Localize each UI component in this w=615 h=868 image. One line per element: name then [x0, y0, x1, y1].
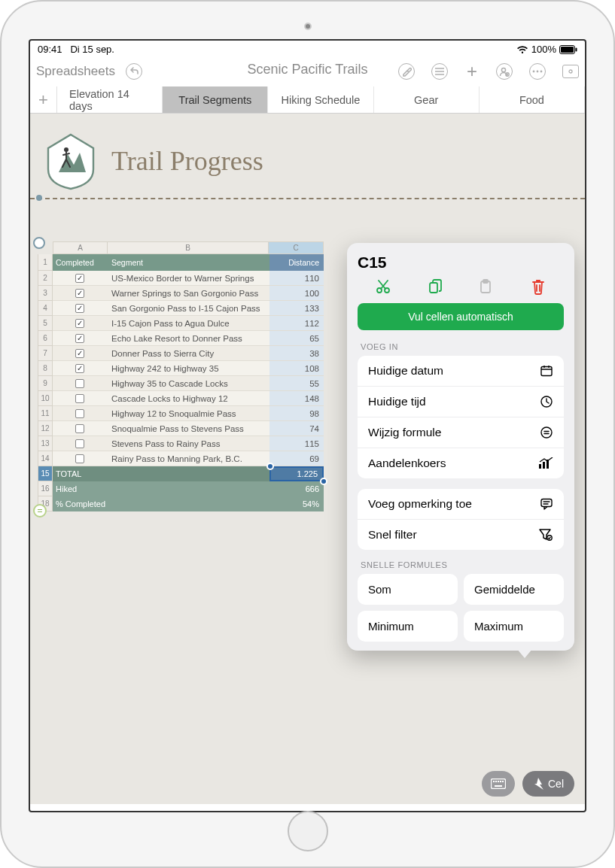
menu-item[interactable]: Voeg opmerking toe [358, 489, 564, 520]
segment-cell[interactable]: I-15 Cajon Pass to Agua Dulce [107, 316, 269, 331]
formula-button[interactable]: = [33, 504, 47, 517]
sheet-tab[interactable]: Food [480, 86, 585, 113]
table-select-all-handle[interactable] [33, 237, 45, 249]
segment-cell[interactable]: San Gorgonio Pass to I-15 Cajon Pass [107, 301, 269, 316]
segment-cell[interactable]: Rainy Pass to Manning Park, B.C. [107, 451, 269, 466]
segment-cell[interactable]: Echo Lake Resort to Donner Pass [107, 331, 269, 346]
menu-item[interactable]: Huidige tijd [358, 387, 564, 417]
add-icon[interactable]: + [464, 63, 480, 80]
completed-cell[interactable]: ✓ [53, 301, 107, 316]
checkbox-icon[interactable]: ✓ [75, 289, 84, 298]
keyboard-button[interactable] [482, 771, 515, 797]
col-head-c[interactable]: C [269, 242, 323, 253]
completed-cell[interactable]: ✓ [53, 316, 107, 331]
selection-handle[interactable] [266, 463, 274, 470]
menu-item[interactable]: Snel filter [358, 520, 564, 550]
checkbox-icon[interactable] [75, 454, 84, 463]
paste-icon[interactable] [477, 278, 495, 296]
back-button[interactable]: Spreadsheets [36, 64, 115, 79]
cell[interactable] [107, 496, 269, 511]
row-number[interactable]: 2 [38, 271, 53, 286]
spreadsheet-canvas[interactable]: Trail Progress A B C 1 Completed Segment… [30, 114, 585, 804]
checkbox-icon[interactable]: ✓ [75, 304, 84, 313]
checkbox-icon[interactable] [75, 394, 84, 403]
collaborate-icon[interactable] [496, 63, 513, 80]
segment-cell[interactable]: Highway 12 to Snoqualmie Pass [107, 406, 269, 421]
distance-cell[interactable]: 108 [269, 361, 324, 376]
row-number[interactable]: 14 [38, 451, 53, 466]
distance-cell[interactable]: 148 [269, 391, 324, 406]
checkbox-icon[interactable]: ✓ [75, 274, 84, 283]
cell[interactable] [107, 481, 269, 496]
segment-cell[interactable]: Highway 35 to Cascade Locks [107, 376, 269, 391]
checkbox-icon[interactable]: ✓ [75, 334, 84, 343]
sheet-tab[interactable]: Hiking Schedule [268, 86, 373, 113]
checkbox-icon[interactable]: ✓ [75, 319, 84, 328]
distance-cell[interactable]: 100 [269, 286, 324, 301]
cut-icon[interactable] [374, 278, 392, 296]
completed-cell[interactable]: ✓ [53, 361, 107, 376]
distance-cell[interactable]: 65 [269, 331, 324, 346]
row-number[interactable]: 7 [38, 346, 53, 361]
completed-cell[interactable]: ✓ [53, 271, 107, 286]
sheet-tab[interactable]: Trail Segments [163, 86, 268, 113]
sheet-tab[interactable]: Elevation 14 days [57, 86, 163, 113]
segment-cell[interactable]: Snoqualmie Pass to Stevens Pass [107, 421, 269, 436]
row-number[interactable]: 9 [38, 376, 53, 391]
menu-item[interactable]: Huidige datum [358, 356, 564, 387]
completed-cell[interactable] [53, 451, 107, 466]
row-number[interactable]: 4 [38, 301, 53, 316]
distance-cell[interactable]: 69 [269, 451, 324, 466]
selection-handle[interactable] [320, 478, 327, 485]
completed-cell[interactable] [53, 421, 107, 436]
distance-cell[interactable]: 112 [269, 316, 324, 331]
row-number[interactable]: 13 [38, 436, 53, 451]
menu-item[interactable]: Wijzig formule [358, 417, 564, 448]
checkbox-icon[interactable]: ✓ [75, 349, 84, 358]
segment-cell[interactable]: Stevens Pass to Rainy Pass [107, 436, 269, 451]
row-number[interactable]: 12 [38, 421, 53, 436]
segment-cell[interactable]: Warner Springs to San Gorgonio Pass [107, 286, 269, 301]
column-headers[interactable]: A B C [53, 241, 324, 254]
segment-cell[interactable]: US-Mexico Border to Warner Springs [107, 271, 269, 286]
completed-cell[interactable]: ✓ [53, 331, 107, 346]
row-number[interactable]: 8 [38, 361, 53, 376]
home-button[interactable] [288, 811, 328, 851]
checkbox-icon[interactable] [75, 424, 84, 433]
row-number[interactable]: 10 [38, 391, 53, 406]
distance-cell[interactable]: 133 [269, 301, 324, 316]
col-head-a[interactable]: A [53, 242, 108, 253]
row-number[interactable]: 5 [38, 316, 53, 331]
cell[interactable] [107, 466, 269, 481]
quick-formula-button[interactable]: Som [358, 574, 458, 605]
distance-cell[interactable]: 55 [269, 376, 324, 391]
undo-icon[interactable] [126, 63, 142, 80]
list-icon[interactable] [431, 63, 448, 80]
completed-cell[interactable] [53, 391, 107, 406]
menu-item[interactable]: Aandelenkoers [358, 448, 564, 478]
distance-cell[interactable]: 98 [269, 406, 324, 421]
sheet-tab[interactable]: Gear [374, 86, 480, 113]
checkbox-icon[interactable] [75, 379, 84, 388]
quick-formula-button[interactable]: Gemiddelde [464, 574, 564, 605]
table[interactable]: A B C 1 Completed Segment Distance 2✓US-… [38, 241, 324, 511]
quick-formula-button[interactable]: Maximum [464, 611, 564, 642]
cell-mode-button[interactable]: Cel [522, 771, 574, 797]
checkbox-icon[interactable] [75, 439, 84, 448]
distance-cell[interactable]: 74 [269, 421, 324, 436]
selected-cell-c15[interactable]: 1.225 [269, 466, 324, 481]
segment-cell[interactable]: Donner Pass to Sierra City [107, 346, 269, 361]
copy-icon[interactable] [426, 278, 444, 296]
distance-cell[interactable]: 38 [269, 346, 324, 361]
segment-cell[interactable]: Highway 242 to Highway 35 [107, 361, 269, 376]
document-title[interactable]: Scenic Pacific Trails [247, 62, 367, 77]
autofill-button[interactable]: Vul cellen automatisch [358, 303, 564, 330]
completed-cell[interactable]: ✓ [53, 286, 107, 301]
completed-cell[interactable] [53, 376, 107, 391]
col-head-b[interactable]: B [108, 242, 269, 253]
segment-cell[interactable]: Cascade Locks to Highway 12 [107, 391, 269, 406]
row-number[interactable]: 11 [38, 406, 53, 421]
row-number[interactable]: 1 [38, 254, 53, 271]
row-number[interactable]: 3 [38, 286, 53, 301]
completed-cell[interactable] [53, 436, 107, 451]
